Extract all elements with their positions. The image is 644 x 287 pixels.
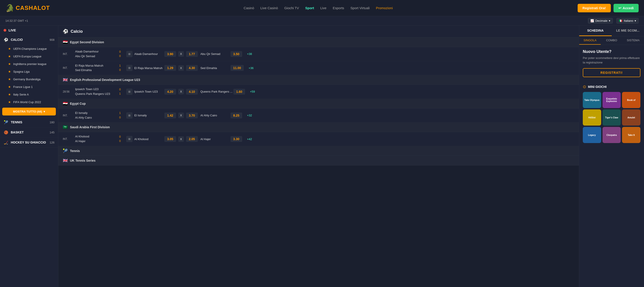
tab-scommesse[interactable]: LE MIE SCOM... xyxy=(612,26,644,36)
match-stats-icon[interactable]: ⊞ xyxy=(126,51,132,57)
match-stats-icon[interactable]: ⊞ xyxy=(126,136,132,142)
oddx-value[interactable]: 4.30 xyxy=(186,65,198,71)
oddx-value[interactable]: 3.70 xyxy=(186,112,198,118)
game-thumb[interactable]: Esqueleto Explosivo xyxy=(602,92,621,108)
odd2-value[interactable]: 3.30 xyxy=(230,136,242,142)
oddx-value[interactable]: 2.05 xyxy=(186,136,198,142)
game-image: Amulet xyxy=(622,110,640,126)
match-stats-icon[interactable]: ⊞ xyxy=(126,65,132,71)
more-odds[interactable]: +36 xyxy=(245,66,254,70)
odd1-value[interactable]: 3.90 xyxy=(164,51,176,57)
sidebar-item-basket[interactable]: 🏀 BASKET 145 xyxy=(0,127,58,138)
score2: 1 xyxy=(119,92,121,96)
score2: 0 xyxy=(119,68,121,72)
bet-sub-tabs: SINGOLA COMBO SISTEMA xyxy=(579,36,644,45)
odds-section: Alaab Damanhour 3.90 X 1.77 Abu Qir Sema… xyxy=(134,51,574,57)
score1: 1 xyxy=(119,111,121,115)
main-layout: LIVE ⚽ CALCIO 908 ★ UEFA Champions Leagu… xyxy=(0,26,644,287)
language-select[interactable]: 🇮🇹 Italiano ▾ xyxy=(616,18,638,24)
odd1-value[interactable]: 1.29 xyxy=(164,65,176,71)
game-thumb[interactable]: Amulet xyxy=(622,110,640,126)
sidebar-item-calcio[interactable]: ⚽ CALCIO 908 xyxy=(0,35,58,45)
tennis-label: TENNIS xyxy=(11,120,47,124)
match-time: INT. xyxy=(63,138,75,140)
register-button[interactable]: Registrati Ora! xyxy=(578,4,611,12)
game-image: HitSlot xyxy=(583,110,601,126)
game-thumb[interactable]: Take It xyxy=(622,127,640,143)
game-thumb[interactable]: HitSlot xyxy=(583,110,601,126)
odd1-value[interactable]: 3.05 xyxy=(164,136,176,142)
sub-tab-combo[interactable]: COMBO xyxy=(601,36,622,44)
more-odds[interactable]: +42 xyxy=(243,138,252,141)
nav-sport[interactable]: Sport xyxy=(305,6,314,10)
match-score: 1 0 xyxy=(117,111,123,120)
match-stats-icon[interactable]: ⊞ xyxy=(126,88,132,95)
odds-format-select[interactable]: 📈 Decimale ▾ xyxy=(588,18,613,24)
odd1-team: Ipswich Town U23 xyxy=(134,90,164,93)
game-thumb[interactable]: Cleopatra xyxy=(602,127,621,143)
sidebar-item-laliga[interactable]: ★ Spagna Liga xyxy=(0,68,58,75)
sidebar-item-worldcup[interactable]: ★ FIFA World Cup 2022 xyxy=(0,98,58,106)
sidebar-item-ucl[interactable]: ★ UEFA Champions League xyxy=(0,45,58,52)
nav-giochi-tv[interactable]: Giochi TV xyxy=(284,6,299,10)
odd2-value[interactable]: 11.00 xyxy=(230,65,244,71)
match-stats-icon[interactable]: ⊞ xyxy=(126,112,132,118)
match-time: INT. xyxy=(63,114,75,117)
sidebar-item-hockey[interactable]: 🏒 HOCKEY SU GHIACCIO 126 xyxy=(0,138,58,148)
oddx-label: X xyxy=(178,136,184,142)
soccer-header-icon: ⚽ xyxy=(63,29,68,34)
match-teams: Alaab Damanhour Abu Qir Semad xyxy=(75,49,116,59)
odd2-team: Al Ahly Cairo xyxy=(200,114,230,117)
star-icon: ★ xyxy=(8,92,11,96)
more-odds[interactable]: +38 xyxy=(243,52,252,56)
game-thumb[interactable]: Book of xyxy=(622,92,640,108)
sub-tab-sistema[interactable]: SISTEMA xyxy=(622,36,644,44)
game-thumb[interactable]: Legacy xyxy=(583,127,601,143)
league-flag: 🇬🇧 xyxy=(63,158,68,163)
sidebar-item-uel[interactable]: ★ UEFA Europa League xyxy=(0,52,58,60)
game-thumb[interactable]: Tiger's Claw xyxy=(602,110,621,126)
sidebar-item-tennis[interactable]: 🎾 TENNIS 180 xyxy=(0,117,58,127)
login-button[interactable]: ↩ Accedi xyxy=(614,4,638,12)
nav-live[interactable]: Live xyxy=(320,6,326,10)
odd2-value[interactable]: 1.60 xyxy=(234,89,245,94)
registration-button[interactable]: REGISTRATI! xyxy=(583,68,640,77)
league-header-name: Egypt Second Division xyxy=(70,40,104,44)
nav-casino[interactable]: Casinò xyxy=(244,6,254,10)
odd2-value[interactable]: 3.50 xyxy=(230,51,242,57)
nav-esports[interactable]: Esports xyxy=(333,6,344,10)
odd2-value[interactable]: 8.25 xyxy=(230,112,242,118)
odd1-value[interactable]: 4.20 xyxy=(164,89,176,94)
more-odds[interactable]: +32 xyxy=(243,114,252,117)
league-name-seriea: Italy Serie A xyxy=(13,93,54,96)
oddx-value[interactable]: 1.77 xyxy=(186,51,198,57)
sidebar-live-button[interactable]: LIVE xyxy=(0,26,58,35)
header-buttons: Registrati Ora! ↩ Accedi xyxy=(578,4,638,12)
nav-live-casino[interactable]: Live Casinò xyxy=(260,6,278,10)
nav-promozioni[interactable]: Promozioni xyxy=(376,6,393,10)
league-header-name: English Professional Development League … xyxy=(70,78,140,82)
sidebar-item-ligue1[interactable]: ★ France Ligue 1 xyxy=(0,83,58,90)
new-user-text: Per poter scommettere devi prima effettu… xyxy=(583,56,640,64)
game-image: Take It xyxy=(622,127,640,143)
star-icon: ★ xyxy=(8,47,11,50)
soccer-icon: ⚽ xyxy=(4,37,8,42)
sidebar-item-bundesliga[interactable]: ★ Germany Bundesliga xyxy=(0,75,58,83)
team1-name: Al Kholood xyxy=(75,134,116,139)
chevron-down-icon-lang: ▾ xyxy=(634,19,636,22)
league-header-4: 🎾 Tennis xyxy=(58,146,579,156)
game-thumb[interactable]: Take Olympus xyxy=(583,92,601,108)
odd1-value[interactable]: 1.42 xyxy=(164,112,176,118)
nav-sport-virtuali[interactable]: Sport Virtuali xyxy=(350,6,370,10)
show-all-button[interactable]: MOSTRA TUTTO (44) ▾ xyxy=(2,108,56,116)
odd1-team: Alaab Damanhour xyxy=(134,52,164,56)
sub-tab-singola[interactable]: SINGOLA xyxy=(579,36,601,44)
oddx-value[interactable]: 4.10 xyxy=(186,89,198,94)
game-image: Legacy xyxy=(583,127,601,143)
tab-schedina[interactable]: SCHEDINA xyxy=(579,26,612,36)
sidebar-item-seriea[interactable]: ★ Italy Serie A xyxy=(0,90,58,98)
more-odds[interactable]: +59 xyxy=(246,90,255,93)
sidebar-item-epl[interactable]: ★ Inghilterra premier league xyxy=(0,60,58,68)
league-flag: 🇪🇬 xyxy=(63,40,68,44)
star-icon: ★ xyxy=(8,77,11,81)
